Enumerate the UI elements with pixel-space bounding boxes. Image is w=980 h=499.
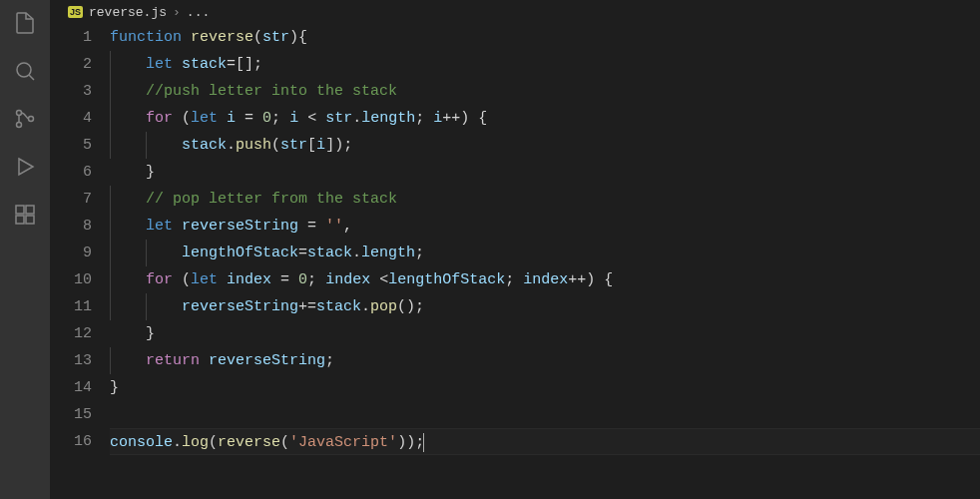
token: index [523,271,568,288]
token: < [298,110,325,127]
token: ( [182,110,191,127]
token: ; [505,271,523,288]
svg-point-0 [17,63,31,77]
svg-line-1 [29,75,34,80]
token: i [289,110,298,127]
debug-icon[interactable] [12,154,38,180]
token: // pop letter from the stack [146,191,397,208]
explorer-icon[interactable] [12,10,38,36]
token: stack [316,298,361,315]
token: reverse [191,29,253,46]
code-line[interactable]: // pop letter from the stack [110,186,980,213]
line-number: 13 [50,347,92,374]
code-line[interactable]: stack.push(str[i]); [110,132,980,159]
token: function [110,29,191,46]
token: 'JavaScript' [289,434,397,451]
token: , [343,218,352,235]
svg-marker-5 [19,159,33,175]
svg-point-3 [17,123,22,128]
text-cursor [423,433,424,452]
token: let [191,110,227,127]
token [110,110,146,127]
token: for [146,110,182,127]
token: index [325,271,370,288]
token: push [236,137,271,154]
token: str [262,29,289,46]
token: (); [397,298,424,315]
token: length [361,110,415,127]
token: . [227,137,236,154]
token: } [110,164,155,181]
line-number: 15 [50,401,92,428]
svg-rect-6 [16,206,24,214]
token: reverseString [182,218,298,235]
scm-icon[interactable] [12,106,38,132]
search-icon[interactable] [12,58,38,84]
token [110,56,146,73]
code-line[interactable]: let reverseString = '', [110,213,980,240]
token: ( [271,137,280,154]
token: '' [325,218,343,235]
token: lengthOfStack [388,271,505,288]
token: =[]; [227,56,262,73]
svg-point-2 [17,111,22,116]
code-editor[interactable]: 12345678910111213141516 function reverse… [50,24,980,499]
token [110,271,146,288]
line-number: 9 [50,240,92,266]
code-line[interactable]: let stack=[]; [110,51,980,78]
token: pop [370,298,397,315]
svg-rect-8 [26,216,34,224]
code-line[interactable]: function reverse(str){ [110,24,980,51]
token [110,352,146,369]
line-number: 3 [50,78,92,105]
js-file-icon: JS [68,6,83,18]
code-line[interactable]: for (let i = 0; i < str.length; i++) { [110,105,980,132]
line-number: 16 [50,428,92,455]
token: ; [325,352,334,369]
code-line[interactable]: console.log(reverse('JavaScript')); [110,428,980,455]
code-line[interactable]: //push letter into the stack [110,78,980,105]
token: . [361,298,370,315]
extensions-icon[interactable] [12,202,38,228]
token: //push letter into the stack [146,83,397,100]
token: 0 [298,271,307,288]
code-line[interactable]: return reverseString; [110,347,980,374]
token: = [298,218,325,235]
token: 0 [262,110,271,127]
code-line[interactable]: } [110,374,980,401]
activity-bar [0,0,50,499]
token: += [298,298,316,315]
code-line[interactable] [110,401,980,428]
token: = [236,110,262,127]
line-number: 7 [50,186,92,213]
token: stack [307,245,352,261]
line-number: 1 [50,24,92,51]
line-number: 4 [50,105,92,132]
svg-rect-7 [16,216,24,224]
token: } [110,379,119,396]
token: i [227,110,236,127]
line-gutter: 12345678910111213141516 [50,24,110,499]
token: reverseString [209,352,325,369]
token: log [182,434,209,451]
breadcrumb[interactable]: JS reverse.js › ... [50,0,980,24]
breadcrumb-tail: ... [187,5,210,20]
code-content[interactable]: function reverse(str){ let stack=[]; //p… [110,24,980,499]
token: length [361,245,415,261]
code-line[interactable]: } [110,320,980,347]
token: ( [253,29,262,46]
code-line[interactable]: reverseString+=stack.pop(); [110,293,980,320]
token: let [146,56,182,73]
token: ++) { [568,271,613,288]
code-line[interactable]: } [110,159,980,186]
token: = [271,271,298,288]
token: for [146,271,182,288]
token: ; [415,245,424,261]
token: ( [209,434,218,451]
token: = [298,245,307,261]
code-line[interactable]: lengthOfStack=stack.length; [110,240,980,266]
token: let [146,218,182,235]
token: return [146,352,209,369]
token: ; [307,271,325,288]
code-line[interactable]: for (let index = 0; index <lengthOfStack… [110,266,980,293]
